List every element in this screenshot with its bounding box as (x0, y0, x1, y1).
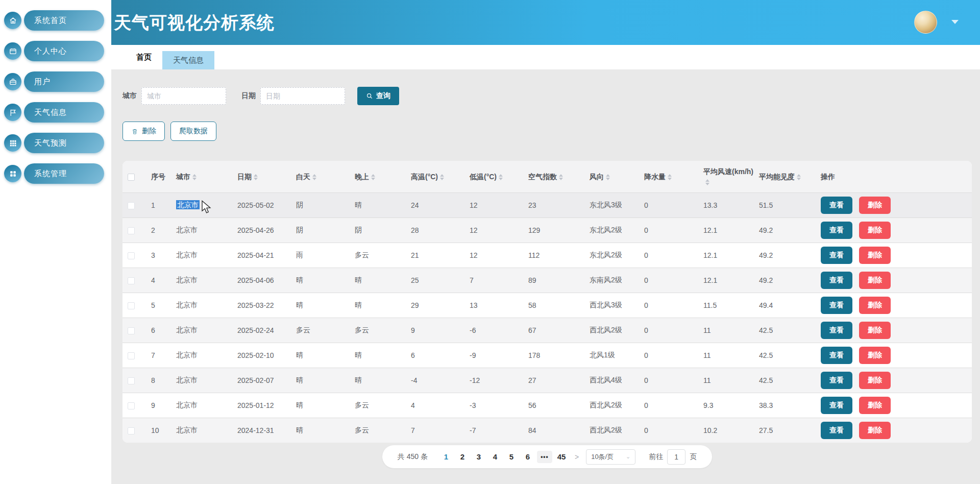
page-number-button[interactable]: 3 (471, 450, 487, 464)
sidebar-item-users[interactable]: 用户 (4, 71, 104, 92)
select-all-checkbox[interactable] (128, 174, 135, 181)
sidebar-item-weather-forecast[interactable]: 天气预测 (4, 133, 104, 153)
view-button[interactable]: 查看 (821, 422, 852, 439)
cell-aqi: 56 (523, 393, 584, 418)
row-delete-button[interactable]: 删除 (859, 422, 891, 439)
row-delete-button[interactable]: 删除 (859, 272, 891, 289)
tab-weather-info[interactable]: 天气信息 (162, 51, 214, 69)
sidebar-item-system-management[interactable]: 系统管理 (4, 163, 104, 184)
row-delete-button[interactable]: 删除 (859, 372, 891, 389)
column-header[interactable]: 白天 (291, 161, 350, 192)
sidebar-item-personal-center[interactable]: 个人中心 (4, 41, 104, 61)
cell-day: 多云 (291, 318, 350, 343)
row-delete-button[interactable]: 删除 (859, 197, 891, 214)
id-card-icon (4, 42, 21, 60)
row-delete-button[interactable]: 删除 (859, 297, 891, 314)
page-number-button[interactable]: 6 (520, 450, 536, 464)
sidebar-item-weather-info[interactable]: 天气信息 (4, 102, 104, 123)
view-button[interactable]: 查看 (821, 372, 852, 389)
row-checkbox[interactable] (128, 352, 135, 359)
page-number-button[interactable]: 2 (454, 450, 471, 464)
row-checkbox[interactable] (128, 227, 135, 234)
cell-date: 2025-01-12 (232, 393, 291, 418)
row-checkbox[interactable] (128, 377, 135, 384)
view-button[interactable]: 查看 (821, 197, 852, 214)
user-avatar[interactable] (914, 11, 937, 34)
view-button[interactable]: 查看 (821, 222, 852, 239)
goto-label: 前往 (649, 452, 663, 462)
city-input[interactable] (141, 87, 226, 105)
cell-wind_speed: 11 (698, 368, 754, 393)
table-row: 6北京市2025-02-24多云多云9-667西北风2级01142.5查看删除 (122, 318, 972, 343)
column-header[interactable]: 低温(°C) (464, 161, 523, 192)
column-header[interactable]: 平均能见度 (754, 161, 816, 192)
column-header[interactable]: 高温(°C) (406, 161, 464, 192)
sort-caret-icon (499, 174, 503, 180)
cell-aqi: 67 (523, 318, 584, 343)
cell-low: 12 (464, 192, 523, 217)
row-delete-button[interactable]: 删除 (859, 247, 891, 264)
column-header[interactable]: 平均风速(km/h) (698, 161, 754, 192)
cell-no: 6 (146, 318, 171, 343)
row-delete-button[interactable]: 删除 (859, 322, 891, 339)
cell-date: 2025-04-21 (232, 243, 291, 268)
cell-high: -4 (406, 368, 464, 393)
column-header[interactable]: 城市 (171, 161, 232, 192)
view-button[interactable]: 查看 (821, 347, 852, 364)
sort-caret-icon (606, 174, 610, 180)
cell-city: 北京市 (171, 192, 232, 217)
row-checkbox[interactable] (128, 402, 135, 409)
page-number-button[interactable]: 5 (503, 450, 520, 464)
view-button[interactable]: 查看 (821, 247, 852, 264)
page-number-button[interactable]: 1 (438, 450, 454, 464)
row-checkbox[interactable] (128, 252, 135, 259)
goto-page-input[interactable] (667, 449, 685, 465)
date-input[interactable] (260, 87, 345, 105)
sort-caret-icon (192, 174, 197, 180)
tab-home[interactable]: 首页 (126, 45, 162, 69)
row-checkbox[interactable] (128, 302, 135, 309)
query-button[interactable]: 查询 (357, 87, 399, 105)
table-row: 4北京市2025-04-06晴晴25789东南风2级012.149.2查看删除 (122, 268, 972, 293)
sidebar-item-system-home[interactable]: 系统首页 (4, 10, 104, 31)
next-page-button[interactable]: > (575, 453, 579, 461)
batch-delete-button[interactable]: 删除 (122, 122, 165, 141)
row-checkbox[interactable] (128, 427, 135, 434)
view-button[interactable]: 查看 (821, 322, 852, 339)
sort-caret-icon (371, 174, 375, 180)
page-size-select[interactable]: 10条/页 ⌄ (586, 449, 635, 465)
cell-low: 12 (464, 217, 523, 243)
table-row: 7北京市2025-02-10晴晴6-9178北风1级01142.5查看删除 (122, 343, 972, 368)
cell-date: 2025-04-26 (232, 217, 291, 243)
row-delete-button[interactable]: 删除 (859, 397, 891, 414)
table-row: 9北京市2025-01-12晴多云4-356西北风2级09.338.3查看删除 (122, 393, 972, 418)
cell-high: 4 (406, 393, 464, 418)
row-checkbox[interactable] (128, 277, 135, 284)
cell-night: 多云 (350, 418, 406, 443)
column-header[interactable]: 空气指数 (523, 161, 584, 192)
last-page-button[interactable]: 45 (553, 450, 570, 464)
page-number-button[interactable]: 4 (487, 450, 503, 464)
cell-date: 2025-02-24 (232, 318, 291, 343)
cell-city: 北京市 (171, 243, 232, 268)
more-pages-button[interactable]: ••• (537, 451, 552, 463)
crawl-data-button[interactable]: 爬取数据 (170, 122, 216, 141)
column-header[interactable]: 降水量 (639, 161, 698, 192)
view-button[interactable]: 查看 (821, 397, 852, 414)
column-header[interactable]: 风向 (584, 161, 639, 192)
grid-four-icon (4, 165, 21, 182)
view-button[interactable]: 查看 (821, 272, 852, 289)
column-header[interactable]: 晚上 (350, 161, 406, 192)
row-checkbox[interactable] (128, 202, 135, 209)
row-delete-button[interactable]: 删除 (859, 347, 891, 364)
row-delete-button[interactable]: 删除 (859, 222, 891, 239)
view-button[interactable]: 查看 (821, 297, 852, 314)
cell-date: 2025-05-02 (232, 192, 291, 217)
sidebar-item-label: 系统首页 (24, 10, 104, 31)
avatar-dropdown-caret-icon[interactable] (951, 20, 959, 24)
cell-low: -6 (464, 318, 523, 343)
column-header[interactable]: 日期 (232, 161, 291, 192)
cell-low: 12 (464, 243, 523, 268)
row-checkbox[interactable] (128, 327, 135, 334)
cell-wind: 西北风3级 (584, 293, 639, 318)
